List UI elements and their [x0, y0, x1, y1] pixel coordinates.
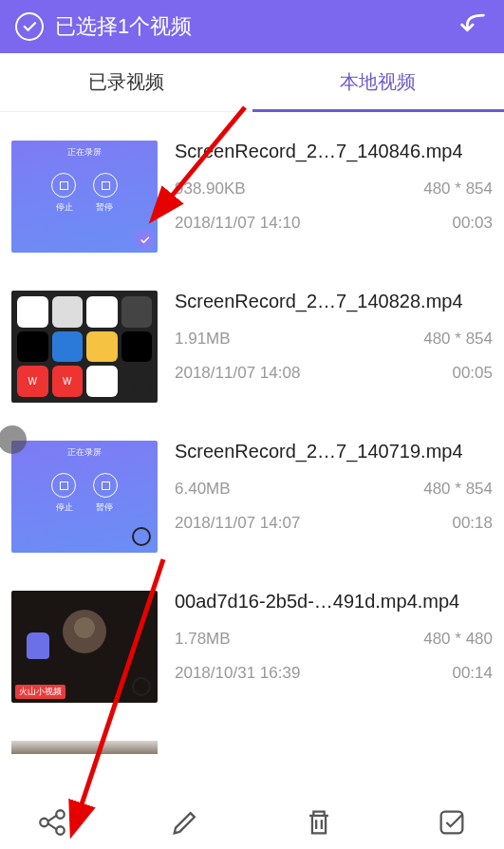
video-duration: 00:03 — [452, 214, 493, 233]
meta-row: 2018/11/07 14:08 00:05 — [175, 364, 493, 383]
video-size: 1.78MB — [175, 630, 231, 649]
video-resolution: 480 * 854 — [423, 330, 493, 349]
video-meta: ScreenRecord_2…7_140846.mp4 938.90KB 480… — [158, 141, 493, 253]
svg-point-2 — [56, 826, 65, 835]
video-size: 938.90KB — [175, 179, 246, 198]
thumb-person — [63, 610, 106, 653]
select-indicator[interactable] — [132, 527, 151, 546]
bottom-action-bar — [0, 796, 504, 849]
video-title: ScreenRecord_2…7_140719.mp4 — [175, 441, 493, 462]
thumb-doll — [27, 632, 49, 659]
video-item[interactable]: 火山小视频 00ad7d16-2b5d-…491d.mp4.mp4 1.78MB… — [0, 591, 504, 741]
header-title: 已选择1个视频 — [55, 12, 192, 41]
tabs: 已录视频 本地视频 — [0, 53, 504, 112]
confirm-button[interactable] — [434, 804, 470, 840]
video-meta: ScreenRecord_2…7_140828.mp4 1.91MB 480 *… — [158, 291, 493, 403]
video-title: ScreenRecord_2…7_140828.mp4 — [175, 291, 493, 312]
meta-row: 938.90KB 480 * 854 — [175, 179, 493, 198]
video-duration: 00:05 — [452, 364, 493, 383]
tab-recorded[interactable]: 已录视频 — [0, 53, 252, 111]
delete-button[interactable] — [301, 804, 337, 840]
thumb-buttons — [11, 173, 158, 198]
header-bar: 已选择1个视频 — [0, 0, 504, 53]
meta-row: 1.91MB 480 * 854 — [175, 330, 493, 349]
thumb-btn-pause — [93, 473, 118, 498]
check-square-icon — [436, 806, 468, 839]
video-size: 1.91MB — [175, 330, 231, 349]
share-button[interactable] — [34, 804, 70, 840]
video-date: 2018/11/07 14:08 — [175, 364, 300, 383]
meta-row: 2018/10/31 16:39 00:14 — [175, 664, 493, 683]
header-left: 已选择1个视频 — [15, 12, 192, 41]
partial-thumbnail — [11, 741, 158, 754]
thumb-labels: 停止 暂停 — [11, 201, 158, 214]
thumb-btn-pause — [93, 173, 118, 198]
check-icon — [21, 18, 38, 35]
select-indicator[interactable] — [132, 377, 151, 396]
return-icon — [457, 9, 489, 41]
video-date: 2018/11/07 14:07 — [175, 514, 300, 533]
svg-point-1 — [56, 810, 65, 819]
video-title: 00ad7d16-2b5d-…491d.mp4.mp4 — [175, 591, 493, 613]
select-indicator[interactable] — [132, 677, 151, 696]
pencil-icon — [169, 806, 201, 839]
selected-badge[interactable] — [135, 230, 154, 249]
video-item[interactable]: 正在录屏 停止 暂停 ScreenRecord_2…7_140846.mp4 9… — [0, 141, 504, 291]
back-button[interactable] — [457, 9, 489, 45]
video-size: 6.40MB — [175, 480, 231, 499]
tab-local[interactable]: 本地视频 — [252, 53, 505, 111]
video-thumbnail: 火山小视频 — [11, 591, 158, 703]
video-item[interactable]: W W ScreenRecord_2…7_140828.mp4 1.91MB 4… — [0, 291, 504, 441]
thumb-text: 正在录屏 — [67, 146, 102, 159]
thumb-tag: 火山小视频 — [15, 685, 65, 699]
video-list: 正在录屏 停止 暂停 ScreenRecord_2…7_140846.mp4 9… — [0, 112, 504, 754]
edit-button[interactable] — [167, 804, 203, 840]
video-meta: ScreenRecord_2…7_140719.mp4 6.40MB 480 *… — [158, 441, 493, 553]
meta-row: 6.40MB 480 * 854 — [175, 480, 493, 499]
video-thumbnail: W W — [11, 291, 158, 403]
video-resolution: 480 * 854 — [423, 480, 493, 499]
video-resolution: 480 * 480 — [423, 630, 493, 649]
meta-row: 2018/11/07 14:10 00:03 — [175, 214, 493, 233]
video-thumbnail: 正在录屏 停止 暂停 — [11, 141, 158, 253]
video-meta: 00ad7d16-2b5d-…491d.mp4.mp4 1.78MB 480 *… — [158, 591, 493, 703]
meta-row: 2018/11/07 14:07 00:18 — [175, 514, 493, 533]
thumb-btn-stop — [51, 173, 76, 198]
svg-point-0 — [40, 819, 48, 827]
video-thumbnail: 正在录屏 停止 暂停 — [11, 441, 158, 553]
video-resolution: 480 * 854 — [423, 179, 493, 198]
video-item[interactable]: 正在录屏 停止 暂停 ScreenRecord_2…7_140719.mp4 6… — [0, 441, 504, 591]
video-duration: 00:18 — [452, 514, 493, 533]
select-all-toggle[interactable] — [15, 12, 44, 41]
svg-rect-3 — [441, 812, 463, 834]
partial-video-item — [0, 741, 504, 754]
trash-icon — [303, 806, 335, 839]
video-title: ScreenRecord_2…7_140846.mp4 — [175, 141, 493, 162]
share-icon — [36, 806, 68, 839]
video-duration: 00:14 — [452, 664, 493, 683]
video-date: 2018/11/07 14:10 — [175, 214, 300, 233]
thumb-btn-stop — [51, 473, 76, 498]
check-icon — [139, 234, 151, 246]
thumb-buttons — [11, 473, 158, 498]
meta-row: 1.78MB 480 * 480 — [175, 630, 493, 649]
thumb-labels: 停止 暂停 — [11, 501, 158, 514]
thumb-text: 正在录屏 — [67, 446, 102, 459]
video-date: 2018/10/31 16:39 — [175, 664, 300, 683]
